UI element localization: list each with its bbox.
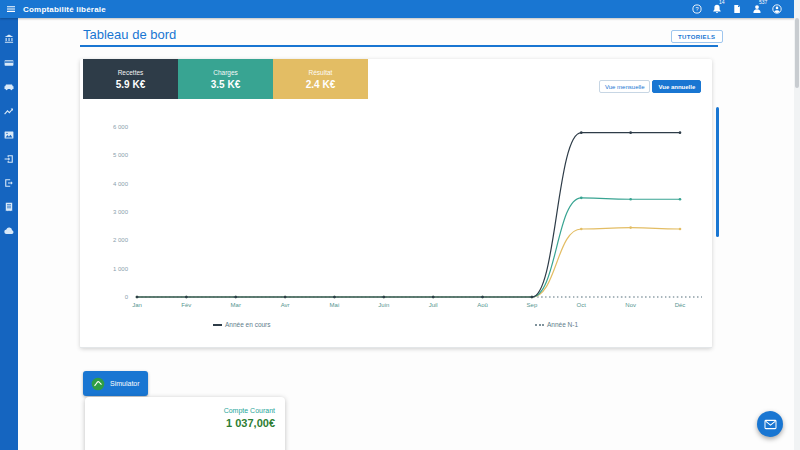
- summary-card-charges: Charges 3.5 K€: [178, 59, 273, 99]
- notifications-bell-icon[interactable]: 14: [712, 4, 722, 14]
- car-icon[interactable]: [4, 82, 14, 92]
- view-annual-button[interactable]: Vue annuelle: [652, 80, 701, 93]
- section-divider: [80, 347, 712, 348]
- summary-label: Charges: [213, 69, 238, 76]
- account-amount: 1 037,00€: [95, 417, 275, 429]
- svg-text:Aoû: Aoû: [477, 302, 488, 308]
- legend-previous-year[interactable]: Année N-1: [535, 321, 578, 328]
- topbar: Comptabilité libérale ? 14 537: [0, 0, 800, 18]
- svg-text:Oct: Oct: [577, 302, 587, 308]
- notifications-badge: 14: [719, 0, 725, 5]
- summary-value: 2.4 K€: [306, 79, 335, 90]
- account-card[interactable]: Compte Courant 1 037,00€: [85, 397, 285, 450]
- svg-text:Sep: Sep: [527, 302, 538, 308]
- summary-value: 3.5 K€: [211, 79, 240, 90]
- svg-text:Mai: Mai: [330, 302, 340, 308]
- legend-label: Année en cours: [225, 321, 271, 328]
- svg-text:Nov: Nov: [625, 302, 636, 308]
- svg-text:2 000: 2 000: [113, 237, 129, 243]
- legend-current-year[interactable]: Année en cours: [213, 321, 271, 328]
- svg-text:6 000: 6 000: [113, 124, 129, 130]
- exit-to-app-icon[interactable]: [4, 154, 14, 164]
- svg-text:Avr: Avr: [281, 302, 290, 308]
- summary-value: 5.9 K€: [116, 79, 145, 90]
- title-underline: [80, 45, 718, 47]
- gallery-icon[interactable]: [4, 130, 14, 140]
- tutorials-button[interactable]: TUTORIELS: [671, 30, 723, 43]
- chart-legend: Année en cours Année N-1: [80, 321, 712, 333]
- svg-text:Déc: Déc: [675, 302, 686, 308]
- svg-text:Juin: Juin: [378, 302, 389, 308]
- page-title: Tableau de bord: [83, 27, 176, 42]
- view-monthly-button[interactable]: Vue mensuelle: [599, 80, 650, 93]
- svg-text:?: ?: [695, 6, 698, 12]
- app-title: Comptabilité libérale: [23, 5, 106, 14]
- bank-icon[interactable]: [4, 34, 14, 44]
- simulator-label: Simulator: [110, 380, 140, 387]
- credit-card-icon[interactable]: [4, 58, 14, 68]
- users-badge: 537: [759, 0, 767, 5]
- users-icon[interactable]: 537: [752, 4, 762, 14]
- summary-row: Recettes 5.9 K€ Charges 3.5 K€ Résultat …: [83, 59, 368, 99]
- svg-text:0: 0: [125, 294, 129, 300]
- simulator-button[interactable]: Simulator: [83, 371, 148, 396]
- view-toggle: Vue mensuelle Vue annuelle: [599, 80, 701, 93]
- topbar-actions: ? 14 537: [692, 4, 782, 14]
- app-window: Comptabilité libérale ? 14 537: [0, 0, 800, 450]
- window-scrollbar-thumb[interactable]: [795, 18, 799, 88]
- summary-card-resultat: Résultat 2.4 K€: [273, 59, 368, 99]
- simulator-logo-icon: [91, 377, 105, 391]
- dotted-line-swatch: [535, 324, 544, 326]
- summary-card-recettes: Recettes 5.9 K€: [83, 59, 178, 99]
- summary-label: Recettes: [118, 69, 144, 76]
- legend-label: Année N-1: [547, 321, 578, 328]
- svg-text:4 000: 4 000: [113, 181, 129, 187]
- email-fab-button[interactable]: [757, 411, 783, 437]
- sidebar: [0, 18, 18, 450]
- logout-icon[interactable]: [4, 178, 14, 188]
- cloud-icon[interactable]: [4, 226, 14, 236]
- hamburger-menu-icon[interactable]: [6, 4, 16, 14]
- svg-text:1 000: 1 000: [113, 266, 129, 272]
- svg-text:Fév: Fév: [181, 302, 191, 308]
- trending-chart-icon[interactable]: [4, 106, 14, 116]
- svg-text:Jan: Jan: [132, 302, 142, 308]
- svg-text:Juil: Juil: [429, 302, 438, 308]
- solid-line-swatch: [213, 324, 222, 326]
- svg-text:5 000: 5 000: [113, 152, 129, 158]
- account-circle-icon[interactable]: [772, 4, 782, 14]
- summary-label: Résultat: [309, 69, 333, 76]
- receipt-icon[interactable]: [4, 202, 14, 212]
- documents-icon[interactable]: [732, 4, 742, 14]
- svg-text:3 000: 3 000: [113, 209, 129, 215]
- content-scrollbar-thumb[interactable]: [716, 107, 719, 237]
- help-icon[interactable]: ?: [692, 4, 702, 14]
- account-title: Compte Courant: [95, 407, 275, 414]
- line-chart: 01 0002 0003 0004 0005 0006 000JanFévMar…: [80, 103, 712, 315]
- svg-text:Mar: Mar: [231, 302, 241, 308]
- window-scrollbar-track[interactable]: [794, 0, 800, 450]
